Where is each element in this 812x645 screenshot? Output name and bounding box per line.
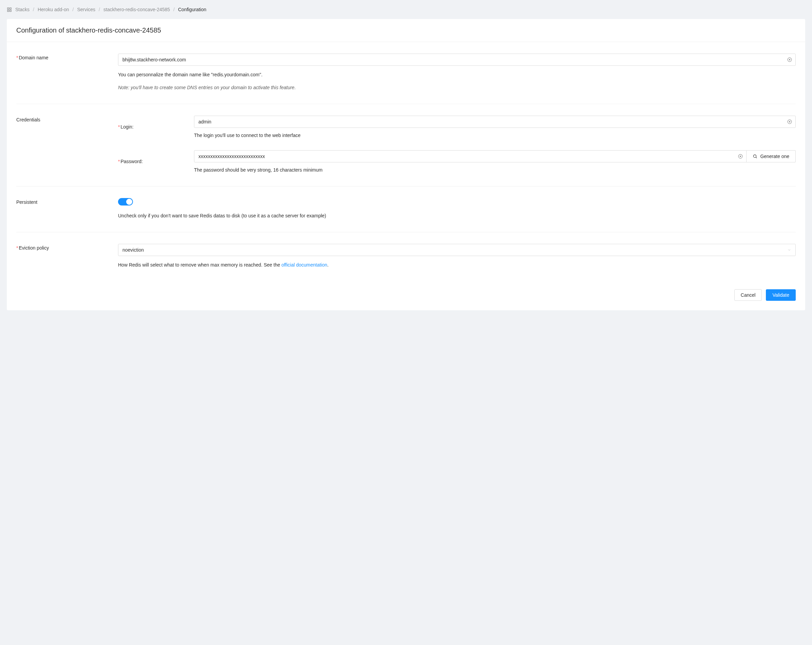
domain-note: Note: you'll have to create some DNS ent… xyxy=(118,85,796,90)
eviction-select-value: noeviction xyxy=(122,247,144,253)
chevron-down-icon xyxy=(787,248,791,252)
eviction-helper-prefix: How Redis will select what to remove whe… xyxy=(118,262,281,268)
required-marker: * xyxy=(118,159,120,164)
breadcrumb-sep: / xyxy=(73,7,74,12)
persistent-helper: Uncheck only if you don't want to save R… xyxy=(118,213,796,218)
apps-grid-icon[interactable] xyxy=(7,7,12,12)
domain-label-text: Domain name xyxy=(19,55,48,60)
persistent-label: Persistent xyxy=(16,198,118,218)
password-helper: The password should be very strong, 16 c… xyxy=(194,167,796,172)
breadcrumb-current: Configuration xyxy=(178,7,206,12)
password-input[interactable] xyxy=(194,150,746,162)
page-title: Configuration of stackhero-redis-concave… xyxy=(7,19,805,42)
config-card: Configuration of stackhero-redis-concave… xyxy=(7,19,805,310)
section-eviction: *Eviction policy noeviction How Redis wi… xyxy=(16,232,796,281)
form-footer: Cancel Validate xyxy=(7,281,805,310)
login-helper: The login you'll use to connect to the w… xyxy=(194,133,796,138)
login-label: *Login: xyxy=(118,124,194,130)
domain-helper: You can personnalize the domain name lik… xyxy=(118,72,796,77)
card-body: *Domain name You can personnalize the do… xyxy=(7,42,805,281)
section-persistent: Persistent Uncheck only if you don't wan… xyxy=(16,186,796,232)
domain-label: *Domain name xyxy=(16,53,118,90)
breadcrumb: Stacks / Heroku add-on / Services / stac… xyxy=(7,7,805,12)
required-marker: * xyxy=(118,124,120,130)
credentials-label: Credentials xyxy=(16,116,118,172)
svg-rect-3 xyxy=(10,10,11,11)
official-documentation-link[interactable]: official documentation xyxy=(281,262,327,268)
eviction-select[interactable]: noeviction xyxy=(118,244,796,256)
persistent-toggle[interactable] xyxy=(118,198,133,206)
svg-line-14 xyxy=(756,157,757,158)
clear-icon[interactable] xyxy=(787,57,792,63)
magic-wand-icon xyxy=(752,154,757,159)
breadcrumb-item[interactable]: stackhero-redis-concave-24585 xyxy=(104,7,170,12)
login-label-text: Login: xyxy=(121,124,133,130)
breadcrumb-sep: / xyxy=(33,7,34,12)
cancel-button[interactable]: Cancel xyxy=(734,289,762,301)
breadcrumb-item[interactable]: Heroku add-on xyxy=(38,7,69,12)
breadcrumb-sep: / xyxy=(99,7,100,12)
svg-rect-2 xyxy=(8,10,9,11)
eviction-label: *Eviction policy xyxy=(16,244,118,268)
breadcrumb-item[interactable]: Stacks xyxy=(15,7,29,12)
login-input[interactable] xyxy=(194,116,796,128)
required-marker: * xyxy=(16,245,18,251)
clear-icon[interactable] xyxy=(738,154,743,159)
svg-point-13 xyxy=(754,155,756,157)
svg-rect-0 xyxy=(8,8,9,9)
generate-password-button[interactable]: Generate one xyxy=(746,150,796,162)
section-credentials: Credentials *Login: xyxy=(16,104,796,186)
eviction-helper-suffix: . xyxy=(327,262,329,268)
clear-icon[interactable] xyxy=(787,119,792,125)
password-label: *Password: xyxy=(118,159,194,164)
section-domain: *Domain name You can personnalize the do… xyxy=(16,42,796,104)
password-label-text: Password: xyxy=(121,159,142,164)
eviction-label-text: Eviction policy xyxy=(19,245,49,251)
svg-rect-1 xyxy=(10,8,11,9)
required-marker: * xyxy=(16,55,18,60)
validate-button[interactable]: Validate xyxy=(766,289,796,301)
breadcrumb-item[interactable]: Services xyxy=(77,7,95,12)
generate-password-label: Generate one xyxy=(760,154,789,159)
eviction-helper: How Redis will select what to remove whe… xyxy=(118,262,796,268)
domain-input[interactable] xyxy=(118,53,796,66)
breadcrumb-sep: / xyxy=(173,7,175,12)
toggle-knob xyxy=(126,199,132,205)
